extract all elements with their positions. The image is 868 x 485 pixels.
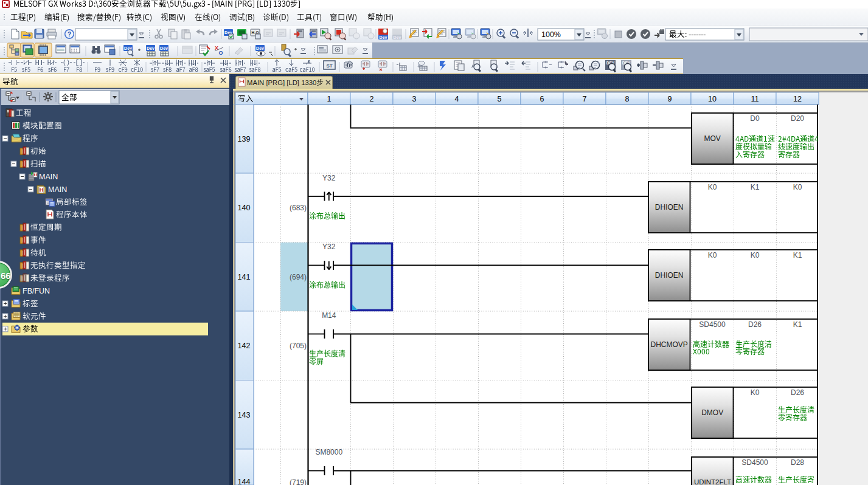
svg-text:K1: K1 [793,251,802,260]
svg-text:FB/FUN: FB/FUN [23,287,50,295]
svg-text:K0: K0 [793,183,802,191]
svg-text:7: 7 [583,95,587,103]
svg-text:D28: D28 [791,458,804,467]
svg-text:SD4500: SD4500 [699,320,726,329]
svg-text:D20: D20 [791,114,804,123]
svg-text:K0: K0 [708,183,717,191]
svg-text:Dev: Dev [160,46,168,50]
svg-text:140: 140 [238,204,251,212]
svg-text:Dev: Dev [394,35,401,40]
svg-text:D26: D26 [748,320,762,329]
svg-text:DHIOEN: DHIOEN [655,203,684,212]
svg-text:11: 11 [751,95,759,103]
svg-text:O: O [218,50,223,56]
svg-text:141: 141 [238,273,251,281]
svg-text:143: 143 [238,411,251,419]
svg-text:DMOV: DMOV [701,408,723,417]
svg-text:MAIN: MAIN [39,173,58,181]
svg-text:K1: K1 [793,320,802,329]
svg-text:4: 4 [455,95,459,103]
svg-text:K0: K0 [751,251,760,260]
svg-text:Dev: Dev [256,46,264,50]
svg-text:Y32: Y32 [322,243,336,251]
svg-text:K1: K1 [751,183,760,191]
svg-text:5: 5 [498,95,502,103]
svg-text:DHIOEN: DHIOEN [655,271,684,280]
svg-text:3: 3 [412,95,417,103]
svg-text:K0: K0 [751,388,760,397]
svg-text:SD4500: SD4500 [741,458,768,467]
svg-text:D0: D0 [750,114,760,123]
svg-text:(705): (705) [290,342,307,350]
svg-text:139: 139 [238,135,251,143]
svg-text:DHCMOVP: DHCMOVP [651,340,688,349]
svg-text:1: 1 [327,95,332,103]
svg-text:MAIN: MAIN [48,185,67,194]
svg-text:Dev: Dev [380,35,387,40]
svg-text:(683): (683) [290,204,307,212]
svg-text:12: 12 [793,95,802,103]
svg-text:10: 10 [708,95,717,103]
svg-text:144: 144 [238,478,251,485]
svg-text:100%: 100% [541,30,561,39]
svg-text:D26: D26 [791,388,804,397]
svg-text:(719): (719) [290,478,307,485]
svg-text:MOV: MOV [704,134,721,143]
svg-text:6: 6 [540,95,544,103]
svg-text:9: 9 [668,95,672,103]
svg-text:8: 8 [625,95,630,103]
svg-text:SM8000: SM8000 [315,448,342,456]
svg-text:K0: K0 [708,251,717,260]
svg-text:2: 2 [370,95,374,103]
svg-text:MAIN [PRG] [LD] 1330: MAIN [PRG] [LD] 1330 [247,79,316,86]
svg-text:ST: ST [326,63,332,69]
svg-text:M14: M14 [322,311,336,320]
svg-text:(694): (694) [290,273,307,281]
svg-text:Dev: Dev [147,46,155,50]
svg-text:Dev: Dev [124,46,132,50]
svg-text:142: 142 [238,342,251,350]
svg-text:Y32: Y32 [322,174,336,182]
svg-text:?: ? [68,31,71,38]
svg-text:UDINT2FLT: UDINT2FLT [694,478,731,485]
